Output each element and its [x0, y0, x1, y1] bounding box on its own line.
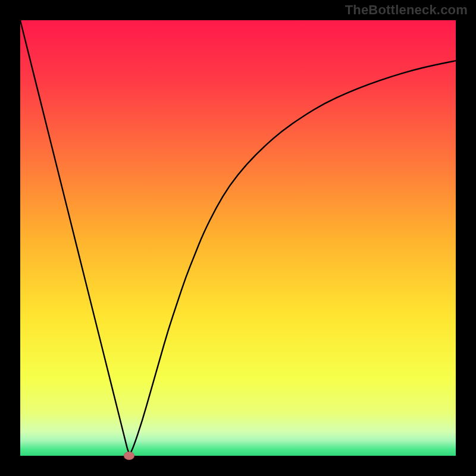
plot-area: [20, 20, 456, 456]
optimal-point-marker: [124, 452, 134, 460]
chart-svg: [20, 20, 456, 456]
chart-frame: TheBottleneck.com: [0, 0, 476, 476]
watermark-text: TheBottleneck.com: [345, 2, 468, 18]
gradient-background: [20, 20, 456, 456]
